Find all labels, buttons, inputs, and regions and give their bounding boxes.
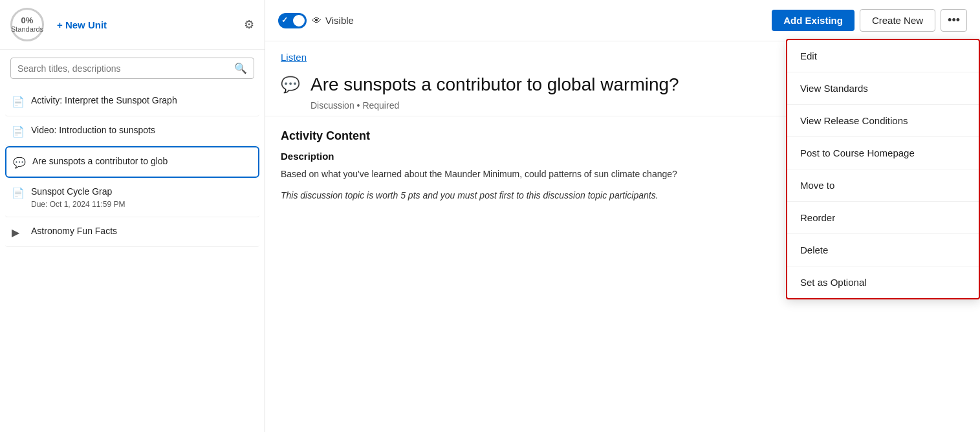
list-item[interactable]: 📄 Activity: Interpret the Sunspot Graph bbox=[5, 87, 259, 116]
dropdown-item-post-to-course-homepage[interactable]: Post to Course Homepage bbox=[787, 137, 979, 169]
list-item[interactable]: 📄 Video: Introduction to sunspots bbox=[5, 116, 259, 146]
chat-icon: 💬 bbox=[13, 157, 26, 169]
visible-label: 👁 Visible bbox=[312, 15, 354, 26]
doc-icon: 📄 bbox=[12, 125, 25, 138]
create-new-button[interactable]: Create New bbox=[860, 9, 935, 32]
dropdown-item-reorder[interactable]: Reorder bbox=[787, 202, 979, 234]
discussion-title: Are sunspots a contributor to global war… bbox=[310, 73, 679, 96]
doc-icon: 📄 bbox=[12, 96, 25, 108]
discussion-chat-icon: 💬 bbox=[281, 76, 300, 94]
dropdown-item-edit[interactable]: Edit bbox=[787, 40, 979, 72]
list-item[interactable]: ▶ Astronomy Fun Facts bbox=[5, 217, 259, 247]
dropdown-item-view-standards[interactable]: View Standards bbox=[787, 72, 979, 105]
visibility-toggle[interactable]: ✓ bbox=[278, 13, 307, 28]
discussion-type: Discussion bbox=[310, 100, 354, 111]
standards-circle: 0% Standards bbox=[10, 8, 44, 41]
dropdown-menu: Edit View Standards View Release Conditi… bbox=[786, 39, 980, 299]
new-unit-button[interactable]: + New Unit bbox=[57, 19, 107, 30]
sidebar: 0% Standards + New Unit ⚙ 🔍 📄 Activity: … bbox=[0, 0, 265, 432]
toggle-container: ✓ 👁 Visible bbox=[278, 13, 354, 28]
more-options-button[interactable]: ••• bbox=[941, 9, 967, 32]
search-icon: 🔍 bbox=[234, 62, 247, 74]
sidebar-header: 0% Standards + New Unit ⚙ bbox=[0, 0, 265, 50]
play-icon: ▶ bbox=[12, 226, 25, 239]
dropdown-item-set-as-optional[interactable]: Set as Optional bbox=[787, 266, 979, 298]
sidebar-list: 📄 Activity: Interpret the Sunspot Graph … bbox=[0, 87, 265, 432]
main-header: ✓ 👁 Visible Add Existing Create New ••• bbox=[265, 0, 980, 41]
list-item[interactable]: 📄 Sunspot Cycle Grap Due: Oct 1, 2024 11… bbox=[5, 178, 259, 217]
dropdown-item-delete[interactable]: Delete bbox=[787, 234, 979, 266]
eye-icon: 👁 bbox=[312, 15, 321, 26]
item-text: Sunspot Cycle Grap bbox=[31, 186, 125, 199]
discussion-meta: Discussion • Required bbox=[310, 100, 679, 111]
item-text: Astronomy Fun Facts bbox=[31, 225, 117, 238]
new-unit-label: + New Unit bbox=[57, 19, 107, 30]
add-existing-button[interactable]: Add Existing bbox=[772, 10, 855, 31]
doc-icon: 📄 bbox=[12, 187, 25, 199]
dropdown-item-view-release-conditions[interactable]: View Release Conditions bbox=[787, 105, 979, 137]
gear-icon[interactable]: ⚙ bbox=[244, 17, 254, 32]
item-text: Are sunspots a contributor to glob bbox=[32, 155, 168, 168]
standards-percentage: 0% bbox=[21, 16, 34, 26]
search-input[interactable] bbox=[17, 63, 229, 74]
list-item-active[interactable]: 💬 Are sunspots a contributor to glob bbox=[5, 146, 259, 178]
ellipsis-icon: ••• bbox=[948, 14, 960, 27]
main-content: ✓ 👁 Visible Add Existing Create New ••• … bbox=[265, 0, 980, 432]
dropdown-item-move-to[interactable]: Move to bbox=[787, 169, 979, 202]
search-bar[interactable]: 🔍 bbox=[10, 58, 254, 79]
item-text: Activity: Interpret the Sunspot Graph bbox=[31, 94, 177, 107]
standards-label: Standards bbox=[11, 25, 43, 34]
item-sub: Due: Oct 1, 2024 11:59 PM bbox=[31, 200, 125, 209]
item-text: Video: Introduction to sunspots bbox=[31, 124, 155, 137]
header-actions: Add Existing Create New ••• bbox=[772, 9, 967, 32]
discussion-required: Required bbox=[362, 100, 399, 111]
